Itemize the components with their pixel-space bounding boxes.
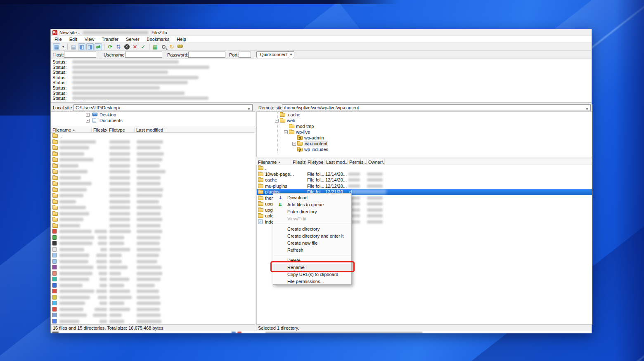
password-input[interactable]	[188, 52, 225, 58]
remote-file-row[interactable]: 10web-page...File fol...12/14/20...	[257, 171, 592, 177]
site-manager-icon[interactable]: ▦	[53, 43, 60, 50]
local-file-row[interactable]	[51, 295, 255, 301]
local-file-row[interactable]	[51, 247, 255, 253]
menu-help[interactable]: Help	[173, 36, 190, 42]
toggle-processing-queue-icon[interactable]: ⇅	[115, 43, 122, 50]
cancel-operation-icon[interactable]: ✕	[123, 43, 130, 50]
local-dir-row[interactable]	[51, 139, 255, 145]
remote-tree-item-wp-live[interactable]: −wp-live	[257, 129, 592, 135]
remote-col-filesize[interactable]: Filesize	[291, 159, 306, 165]
local-tree-item-desktop[interactable]: +Desktop	[51, 112, 255, 118]
remote-col-owner[interactable]: Owner/...	[367, 159, 385, 165]
local-col-filetype[interactable]: Filetype	[107, 127, 135, 133]
directory-comparison-icon[interactable]: ▦	[152, 43, 159, 50]
toggle-message-log-icon[interactable]: ▤	[70, 43, 77, 50]
context-menu-file-permissions[interactable]: File permissions...	[273, 278, 351, 285]
tree-expander-icon[interactable]: +	[86, 113, 90, 117]
quickconnect-dropdown-caret-icon[interactable]: ▼	[288, 51, 294, 58]
remote-tree-item-cache[interactable]: .cache	[257, 112, 592, 118]
local-updir-row[interactable]: ..	[51, 133, 255, 139]
context-menu-create-directory-and-enter-it[interactable]: Create directory and enter it	[273, 233, 351, 240]
local-dir-row[interactable]	[51, 157, 255, 163]
local-file-row[interactable]	[51, 312, 255, 319]
local-file-row[interactable]	[51, 259, 255, 265]
filter-icon[interactable]	[160, 43, 167, 50]
context-menu-delete[interactable]: Delete	[273, 257, 351, 264]
local-directory-tree[interactable]: +Desktop+Documents	[51, 111, 255, 127]
remote-file-row[interactable]: mu-pluginsFile fol...12/12/20...	[257, 183, 592, 189]
title-bar[interactable]: Fz New site - FileZilla	[51, 29, 592, 36]
quickconnect-button[interactable]: Quickconnect	[256, 51, 291, 58]
remote-col-permissions[interactable]: Permis...	[348, 159, 367, 165]
local-dir-row[interactable]	[51, 169, 255, 175]
local-file-row[interactable]	[51, 241, 255, 247]
local-dir-row[interactable]	[51, 181, 255, 187]
local-file-row[interactable]	[51, 271, 255, 277]
local-dir-row[interactable]	[51, 151, 255, 157]
remote-tree-item-mod-tmp[interactable]: mod-tmp	[257, 123, 592, 129]
remote-col-lastmod[interactable]: Last mod...	[324, 159, 348, 165]
local-dir-row[interactable]	[51, 145, 255, 151]
site-manager-caret-icon[interactable]: ▾	[61, 43, 65, 50]
local-file-row[interactable]	[51, 288, 255, 295]
local-col-lastmodified[interactable]: Last modified	[135, 127, 167, 133]
remote-tree-item-wp-admin[interactable]: ?wp-admin	[257, 135, 592, 141]
remote-tree-item-web[interactable]: −web	[257, 118, 592, 123]
toggle-remote-tree-icon[interactable]: ◨	[86, 43, 94, 50]
username-input[interactable]	[125, 52, 162, 58]
tree-expander-icon[interactable]: −	[275, 119, 279, 123]
local-dir-row[interactable]	[51, 205, 255, 211]
menu-transfer[interactable]: Transfer	[98, 36, 122, 42]
context-menu-enter-directory[interactable]: Enter directory	[273, 208, 351, 215]
remote-col-filename[interactable]: Filename ▲	[256, 159, 291, 165]
local-file-row[interactable]	[51, 252, 255, 259]
local-dir-row[interactable]	[51, 211, 255, 217]
remote-site-path-combo[interactable]: /home/wplive/web/wp-live/wp-content ▼	[282, 104, 591, 111]
find-files-icon[interactable]	[176, 43, 184, 50]
local-dir-row[interactable]	[51, 163, 255, 169]
remote-directory-tree[interactable]: .cache−webmod-tmp−wp-live?wp-admin+wp-co…	[256, 111, 592, 157]
toggle-transfer-queue-icon[interactable]: ⇄	[95, 43, 102, 50]
local-dir-row[interactable]	[51, 175, 255, 181]
local-file-row[interactable]	[51, 307, 255, 313]
local-file-row[interactable]	[51, 276, 255, 283]
context-menu-create-directory[interactable]: Create directory	[273, 226, 351, 233]
reconnect-icon[interactable]: ✓	[140, 43, 147, 50]
context-menu-rename[interactable]: Rename	[273, 264, 351, 271]
context-menu-add-files-to-queue[interactable]: ⇊Add files to queue	[273, 201, 351, 208]
tree-expander-icon[interactable]: +	[292, 142, 296, 146]
disconnect-icon[interactable]: ✕	[131, 43, 139, 50]
local-dir-row[interactable]	[51, 187, 255, 193]
remote-file-row[interactable]: cacheFile fol...12/14/20...	[257, 177, 592, 183]
local-col-filesize[interactable]: Filesize	[92, 127, 107, 133]
menu-edit[interactable]: Edit	[66, 36, 81, 42]
local-dir-row[interactable]	[51, 223, 255, 229]
local-file-row[interactable]	[51, 264, 255, 271]
toggle-local-tree-icon[interactable]: ◧	[78, 43, 85, 50]
menu-server[interactable]: Server	[122, 36, 143, 42]
context-menu-download[interactable]: ↓Download	[273, 194, 351, 201]
local-site-path-combo[interactable]: C:\Users\HP\Desktop\ ▼	[73, 104, 253, 111]
local-dir-row[interactable]	[51, 217, 255, 223]
menu-file[interactable]: File	[51, 36, 66, 42]
local-file-row[interactable]	[51, 319, 255, 325]
local-dir-row[interactable]	[51, 199, 255, 205]
tree-expander-icon[interactable]: +	[86, 119, 90, 123]
remote-tree-item-wp-content[interactable]: +wp-content	[257, 141, 592, 146]
synchronized-browsing-icon[interactable]: ↻	[168, 43, 175, 50]
context-menu-view-edit[interactable]: View/Edit	[273, 215, 351, 222]
tree-expander-icon[interactable]: −	[284, 130, 288, 134]
remote-tree-item-wp-includes[interactable]: ?wp-includes	[257, 146, 592, 152]
menu-bookmarks[interactable]: Bookmarks	[143, 36, 173, 42]
local-file-row[interactable]	[51, 300, 255, 307]
refresh-icon[interactable]: ⟳	[107, 43, 114, 50]
local-file-row[interactable]	[51, 229, 255, 235]
message-log[interactable]: Status:Status:Status:Status:Status:Statu…	[51, 59, 592, 103]
context-menu-create-new-file[interactable]: Create new file	[273, 240, 351, 247]
menu-view[interactable]: View	[81, 36, 98, 42]
port-input[interactable]	[239, 52, 251, 58]
local-tree-item-documents[interactable]: +Documents	[51, 118, 255, 123]
local-file-list[interactable]: ..	[51, 133, 255, 325]
host-input[interactable]	[64, 52, 96, 58]
local-file-row[interactable]	[51, 283, 255, 289]
